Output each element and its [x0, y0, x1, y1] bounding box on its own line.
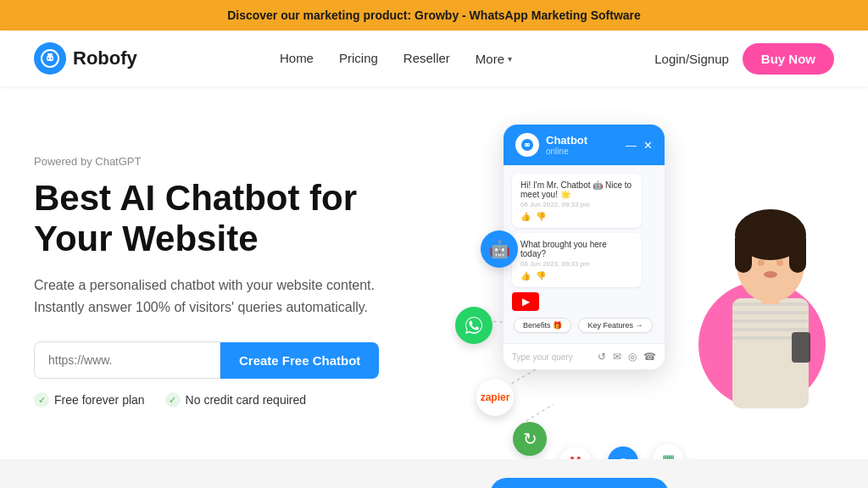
greeting-bubble: Hi! I'm Mr. Chatbot 🤖 Nice to meet you! … [512, 174, 642, 228]
svg-line-30 [521, 404, 554, 424]
nav-links: Home Pricing Reseller More ▾ [280, 51, 512, 66]
nav-reseller[interactable]: Reseller [403, 51, 450, 66]
login-signup-link[interactable]: Login/Signup [654, 52, 729, 66]
hero-right: Chatbot online — ✕ Hi! I'm Mr. Chatbot 🤖… [434, 120, 834, 442]
phone-header-info: Chatbot online [546, 134, 619, 156]
check-icon-credit: ✓ [165, 392, 181, 408]
zapier-icon: zapier [476, 379, 514, 416]
chat-chips: Benefits 🎁 Key Features → [512, 316, 656, 335]
hero-input-row: Create Free Chatbot [34, 341, 434, 379]
no-credit-badge: ✓ No credit card required [165, 392, 306, 408]
chevron-down-icon: ▾ [508, 54, 512, 64]
person-container [690, 154, 843, 408]
chatbot-icon [515, 133, 539, 157]
gmail-icon: M [559, 446, 592, 459]
question-bubble: What brought you here today? 06 Jun 2023… [512, 233, 642, 287]
nav-logo[interactable]: Robofy [34, 42, 137, 75]
chip-features[interactable]: Key Features → [578, 318, 652, 333]
thumbs-down-icon: 👎 [536, 212, 546, 221]
phone-icon: ☎ [643, 351, 656, 363]
svg-rect-11 [732, 328, 809, 331]
yt-thumb: ▶ [512, 292, 656, 311]
refresh-icon: ↺ [598, 351, 606, 363]
svg-point-3 [51, 58, 53, 59]
nav-more[interactable]: More ▾ [476, 52, 512, 66]
phone-input-bar: Type your query ↺ ✉ ◎ ☎ [504, 343, 665, 369]
sheets-icon: ▦ [653, 444, 683, 459]
nav-home[interactable]: Home [280, 51, 314, 66]
chip-benefits[interactable]: Benefits 🎁 [514, 318, 571, 333]
svg-rect-15 [735, 230, 752, 273]
svg-rect-9 [732, 311, 809, 314]
hero-left: Powered by ChatGPT Best AI Chatbot for Y… [34, 155, 434, 408]
logo-text: Robofy [73, 47, 137, 69]
top-banner: Discover our marketing product: Growby -… [0, 0, 868, 30]
svg-point-19 [764, 271, 777, 278]
banner-text: Discover our marketing product: Growby -… [227, 8, 641, 22]
redeem-appsumo-button[interactable]: Redeem AppSumo Code [490, 478, 669, 488]
robot-icon: 🤖 [481, 230, 518, 268]
powered-by-label: Powered by ChatGPT [34, 155, 434, 168]
create-chatbot-button[interactable]: Create Free Chatbot [220, 342, 379, 379]
sync-icon: ↻ [513, 422, 547, 456]
thumbs-up-icon-2: 👍 [520, 271, 531, 280]
svg-point-18 [776, 259, 783, 266]
minimize-icon: — [626, 139, 637, 152]
buy-now-button[interactable]: Buy Now [743, 43, 834, 75]
svg-rect-10 [732, 319, 809, 323]
question-reactions: 👍 👎 [520, 271, 633, 280]
navbar: Robofy Home Pricing Reseller More ▾ Logi… [0, 30, 868, 86]
youtube-thumbnail: ▶ [512, 292, 539, 311]
hero-title-line2: Your Website [34, 219, 259, 258]
svg-point-25 [526, 144, 527, 146]
thumbs-down-icon-2: 👎 [536, 271, 546, 280]
hero-section: Powered by ChatGPT Best AI Chatbot for Y… [0, 86, 868, 459]
hero-description: Create a personalised chatbot with your … [34, 274, 407, 318]
nav-right: Login/Signup Buy Now [654, 43, 834, 75]
hero-title: Best AI Chatbot for Your Website [34, 178, 434, 260]
bottom-cta: Did you purchase Robofy from AppSumo? Re… [0, 459, 868, 488]
chat-body: Hi! I'm Mr. Chatbot 🤖 Nice to meet you! … [504, 165, 665, 343]
logo-icon [34, 42, 66, 75]
free-plan-badge: ✓ Free forever plan [34, 392, 145, 408]
chat-input-placeholder[interactable]: Type your query [512, 352, 573, 362]
svg-point-17 [758, 259, 765, 266]
check-icon-free: ✓ [34, 392, 49, 408]
svg-point-2 [47, 58, 49, 59]
phone-header: Chatbot online — ✕ [504, 125, 665, 165]
email-icon: ✉ [613, 351, 621, 363]
action-icons: ↺ ✉ ◎ ☎ [598, 351, 656, 363]
url-input[interactable] [34, 341, 220, 379]
svg-rect-20 [762, 294, 779, 304]
nav-pricing[interactable]: Pricing [339, 51, 378, 66]
phone-header-controls: — ✕ [626, 139, 653, 152]
badges: ✓ Free forever plan ✓ No credit card req… [34, 392, 434, 408]
close-icon: ✕ [643, 139, 653, 152]
person-illustration [698, 163, 843, 408]
svg-rect-22 [793, 336, 809, 359]
whatsapp-icon [455, 307, 492, 344]
circle-dot-icon: ◉ [608, 446, 638, 459]
circle-icon: ◎ [628, 351, 637, 363]
hero-title-line1: Best AI Chatbot for [34, 178, 357, 218]
svg-point-26 [528, 144, 530, 146]
reaction-icons: 👍 👎 [520, 212, 633, 221]
svg-rect-16 [789, 230, 806, 273]
chatbot-phone: Chatbot online — ✕ Hi! I'm Mr. Chatbot 🤖… [504, 125, 665, 369]
thumbs-up-icon: 👍 [520, 212, 531, 221]
